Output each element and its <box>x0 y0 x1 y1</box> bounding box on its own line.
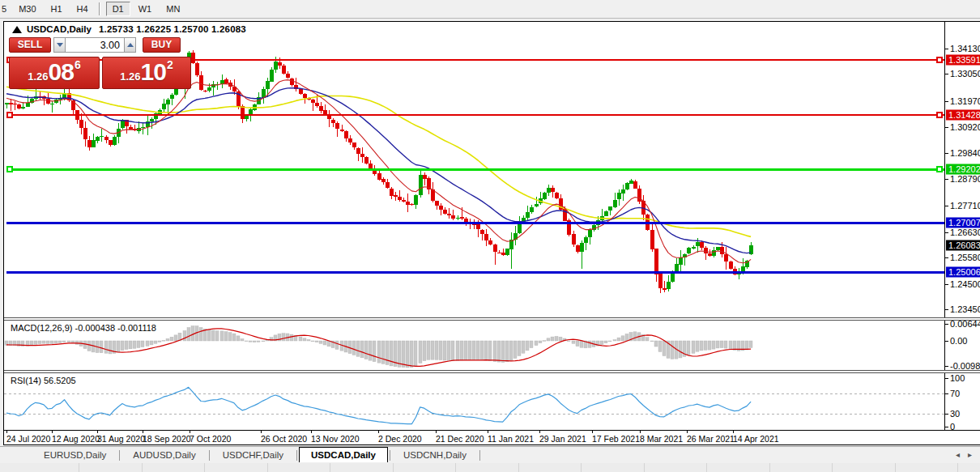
pane-splitter-rsi[interactable] <box>4 370 980 373</box>
axis-label: 1.31970 <box>950 96 980 107</box>
axis-tick <box>945 127 948 128</box>
axis-tick <box>945 427 948 427</box>
axis-tick <box>945 309 948 310</box>
tab-eurusd[interactable]: EURUSD,Daily <box>32 449 117 462</box>
tab-audusd[interactable]: AUDUSD,Daily <box>121 449 207 462</box>
arrow-down-icon <box>57 43 63 47</box>
axis-tick <box>945 206 948 206</box>
tab-usdcnh[interactable]: USDCNH,Daily <box>392 449 478 462</box>
time-axis-tick <box>733 431 734 433</box>
rsi-pane[interactable] <box>4 373 944 430</box>
buy-price-display[interactable]: 1.26102 <box>102 57 191 89</box>
timeframe-button-m30[interactable]: M30 <box>12 2 42 16</box>
time-axis-label: 24 Jul 2020 <box>6 434 50 444</box>
price-level-badge: 1.31428 <box>946 110 980 121</box>
axis-tick <box>945 49 948 49</box>
chart-tab-bar: EURUSD,DailyAUDUSD,DailyUSDCHF,DailyUSDC… <box>0 446 980 463</box>
chart-legend: USDCAD,Daily 1.25733 1.26225 1.25700 1.2… <box>12 24 246 34</box>
status-cell-divider <box>581 463 582 472</box>
axis-label: 1.23450 <box>950 304 980 315</box>
time-axis-label: 21 Dec 2020 <box>436 434 484 444</box>
status-cell-divider <box>644 463 645 472</box>
one-click-trading-panel: SELL BUY 1.26086 1.26102 <box>9 37 192 89</box>
status-strip <box>0 463 980 472</box>
axis-label: 1.33050 <box>950 69 980 79</box>
status-cell-divider <box>957 463 958 472</box>
axis-label: 1.24500 <box>950 279 980 290</box>
time-axis-tick <box>436 431 437 433</box>
axis-tick <box>945 179 948 180</box>
axis-label: 1.26630 <box>950 227 980 238</box>
time-axis-label: 11 Jan 2021 <box>488 434 534 444</box>
axis-tick <box>945 101 948 102</box>
price-level-badge: 1.25006 <box>946 267 980 278</box>
axis-tick <box>945 324 948 325</box>
volume-increase-button[interactable] <box>124 37 136 53</box>
tab-usdcad[interactable]: USDCAD,Daily <box>299 447 388 462</box>
axis-tick <box>945 341 948 342</box>
time-axis-label: 14 Apr 2021 <box>733 434 779 444</box>
timeframe-button-w1[interactable]: W1 <box>132 2 159 16</box>
tab-scroll-left-button[interactable]: ◂ <box>956 450 960 460</box>
sell-button[interactable]: SELL <box>9 37 51 53</box>
time-axis-label: 31 Aug 2020 <box>97 434 145 444</box>
pane-splitter-macd[interactable] <box>4 317 980 321</box>
chart-ohlc-values: 1.25733 1.26225 1.25700 1.26083 <box>99 24 246 34</box>
time-axis-tick <box>190 431 190 433</box>
axis-tick <box>945 414 948 415</box>
timeframe-button-mn[interactable]: MN <box>160 2 186 16</box>
price-axis[interactable]: 1.341301.335911.330501.319701.314281.309… <box>944 22 980 430</box>
status-cell-divider <box>330 463 330 472</box>
volume-input[interactable] <box>66 37 124 53</box>
price-level-badge: 1.33591 <box>946 55 980 66</box>
time-axis-tick <box>311 431 312 433</box>
time-axis-label: 17 Feb 2021 <box>592 434 640 444</box>
time-axis-label: 8 Mar 2021 <box>640 434 683 444</box>
time-axis-label: 2 Dec 2020 <box>378 434 422 444</box>
toolbar-separator <box>99 2 100 15</box>
axis-label: 70 <box>950 389 960 399</box>
line-handle-marker <box>7 167 12 172</box>
axis-label: 100 <box>950 373 965 384</box>
sell-price-display[interactable]: 1.26086 <box>9 57 100 89</box>
tab-scroll-right-button[interactable]: ▸ <box>968 450 972 460</box>
arrow-up-icon <box>127 43 134 47</box>
axis-label: 1.29840 <box>950 148 980 159</box>
chart-window: 1.341301.335911.330501.319701.314281.309… <box>3 21 980 445</box>
time-axis[interactable]: 24 Jul 202012 Aug 202031 Aug 202018 Sep … <box>4 430 980 444</box>
time-axis-label: 29 Jan 2021 <box>539 434 586 444</box>
status-cell-divider <box>518 463 519 472</box>
time-axis-tick <box>592 431 593 433</box>
axis-tick <box>945 393 948 394</box>
timeframe-button-h1[interactable]: H1 <box>45 2 69 16</box>
time-axis-label: 12 Aug 2020 <box>52 434 100 444</box>
line-handle-marker <box>937 113 942 117</box>
tab-separator <box>119 450 120 461</box>
timeframe-button-d1[interactable]: D1 <box>106 2 130 16</box>
tab-usdchf[interactable]: USDCHF,Daily <box>211 449 295 462</box>
macd-indicator-label: MACD(12,26,9) -0.000438 -0.001118 <box>11 323 156 333</box>
axis-tick <box>945 378 948 379</box>
axis-tick <box>945 153 948 154</box>
axis-label: 1.25580 <box>950 253 980 263</box>
status-cell-divider <box>455 463 456 472</box>
line-handle-marker <box>7 113 12 117</box>
axis-label: 1.27710 <box>950 201 980 211</box>
buy-button[interactable]: BUY <box>143 37 181 53</box>
tab-separator <box>296 450 297 461</box>
axis-label: 1.28790 <box>950 174 980 185</box>
time-axis-tick <box>488 431 488 433</box>
time-axis-label: 18 Sep 2020 <box>143 434 191 444</box>
ma-fast-line <box>6 80 751 263</box>
status-cell-divider <box>706 463 707 472</box>
sell-price-prefix: 1.26 <box>28 70 48 83</box>
axis-tick <box>945 366 948 367</box>
volume-decrease-button[interactable] <box>53 37 66 53</box>
timeframe-button-5[interactable]: 5 <box>0 2 11 16</box>
line-handle-marker <box>937 57 942 62</box>
axis-tick <box>945 232 948 233</box>
tab-separator <box>479 450 480 461</box>
mt4-terminal: 5M30H1H4D1W1MN 1.341301.335911.330501.31… <box>0 0 980 472</box>
buy-price-big: 10 <box>141 58 166 85</box>
timeframe-button-h4[interactable]: H4 <box>70 2 95 16</box>
